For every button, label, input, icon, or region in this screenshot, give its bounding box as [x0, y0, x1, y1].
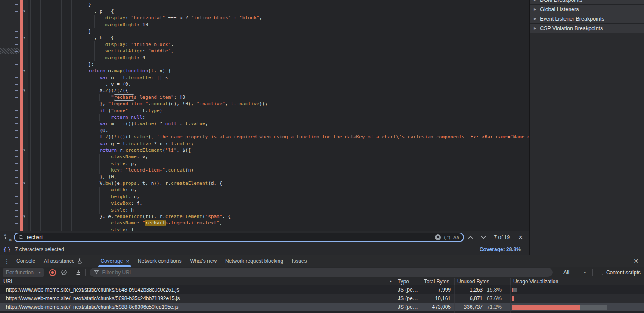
gutter-row[interactable]: [0, 200, 28, 206]
next-match-button[interactable]: [477, 236, 490, 239]
code-line[interactable]: (0,: [88, 127, 529, 134]
gutter-row[interactable]: [0, 15, 28, 21]
code-line[interactable]: , p = {: [88, 8, 529, 15]
code-line[interactable]: return null;: [88, 114, 529, 120]
gutter-row[interactable]: [0, 134, 28, 140]
regex-toggle[interactable]: (.*): [444, 235, 450, 240]
code-line[interactable]: marginRight: 10: [88, 21, 529, 28]
gutter-row[interactable]: ▾: [0, 213, 28, 220]
gutter-row[interactable]: [0, 153, 28, 160]
match-case-toggle[interactable]: Aa: [453, 235, 459, 240]
coverage-percent-link[interactable]: Coverage: 28.8%: [480, 246, 521, 252]
table-row[interactable]: https://www.web-memo.site/_next/static/c…: [0, 311, 644, 313]
code-line[interactable]: }, e.renderIcon(t)), r.createElement("sp…: [88, 213, 529, 220]
more-tabs-menu-icon[interactable]: ⋮: [2, 258, 12, 264]
code-line[interactable]: viewBox: f,: [88, 200, 529, 206]
tab-issues[interactable]: Issues: [288, 255, 311, 267]
gutter-row[interactable]: [0, 227, 28, 231]
code-line[interactable]: "recharts-legend-item": !0: [88, 94, 529, 101]
code-line[interactable]: , h = {: [88, 34, 529, 41]
tab-network-request-blocking[interactable]: Network request blocking: [221, 255, 288, 267]
gutter-row[interactable]: ▾: [0, 34, 28, 41]
code-line[interactable]: display: "horizontal" === u ? "inline-bl…: [88, 15, 529, 21]
table-row[interactable]: https://www.web-memo.site/_next/static/c…: [0, 303, 644, 311]
gutter-row[interactable]: [0, 81, 28, 87]
code-editor[interactable]: ▾▾▾▾▾▾▾ marginRight: 10} , p = { display…: [0, 0, 529, 231]
close-search-button[interactable]: ✕: [514, 234, 527, 241]
code-line[interactable]: }: [88, 1, 529, 8]
gutter-row[interactable]: ▾: [0, 147, 28, 153]
stop-recording-button[interactable]: [49, 269, 56, 276]
code-line[interactable]: style: {: [88, 227, 529, 231]
search-field[interactable]: ✕ (.*) Aa: [14, 233, 464, 242]
gutter-row[interactable]: ▾: [0, 68, 28, 74]
code-line[interactable]: return r.createElement("li", $({: [88, 147, 529, 153]
close-tab-icon[interactable]: ×: [126, 258, 129, 264]
close-drawer-button[interactable]: ✕: [629, 258, 642, 264]
pretty-print-icon[interactable]: { }: [4, 246, 11, 252]
search-input[interactable]: [27, 234, 432, 240]
gutter-row[interactable]: [0, 160, 28, 167]
code-line[interactable]: className: v,: [88, 153, 529, 160]
code-line[interactable]: height: o,: [88, 193, 529, 200]
gutter-row[interactable]: [0, 174, 28, 180]
code-line[interactable]: V.bw)(e.props, t, n)), r.createElement(d…: [88, 180, 529, 187]
gutter-row[interactable]: [0, 1, 28, 8]
fold-arrow-icon[interactable]: ▾: [23, 35, 25, 40]
column-header-type[interactable]: Type: [395, 278, 421, 285]
gutter-row[interactable]: [0, 167, 28, 173]
replace-toggle-icon[interactable]: A B: [3, 233, 12, 241]
code-line[interactable]: display: "inline-block",: [88, 41, 529, 48]
fold-arrow-icon[interactable]: ▾: [23, 88, 25, 93]
code-line[interactable]: return n.map(function(t, n) {: [88, 68, 529, 74]
gutter-row[interactable]: [0, 94, 28, 101]
gutter-row[interactable]: ▾: [0, 87, 28, 94]
gutter-row[interactable]: [0, 141, 28, 147]
table-row[interactable]: https://www.web-memo.site/_next/static/c…: [0, 294, 644, 303]
fold-arrow-icon[interactable]: ▾: [23, 147, 25, 153]
tab-network-conditions[interactable]: Network conditions: [133, 255, 186, 267]
tab-coverage[interactable]: Coverage×: [96, 255, 133, 267]
code-line[interactable]: key: "legend-item-".concat(n): [88, 167, 529, 173]
code-line[interactable]: verticalAlign: "middle",: [88, 48, 529, 54]
code-line[interactable]: var g = t.inactive ? c : t.color;: [88, 141, 529, 147]
gutter-row[interactable]: [0, 193, 28, 200]
code-line[interactable]: marginRight: 4: [88, 55, 529, 61]
gutter-row[interactable]: [0, 74, 28, 81]
code-line[interactable]: var u = t.formatter || s: [88, 74, 529, 81]
sidebar-section-csp-violation-breakpoints[interactable]: ▶CSP Violation Breakpoints: [530, 24, 644, 33]
editor-gutter[interactable]: ▾▾▾▾▾▾▾: [0, 0, 28, 231]
sidebar-section-dom-breakpoints[interactable]: ▶DOM Breakpoints: [530, 0, 644, 5]
code-line[interactable]: className: "recharts-legend-item-text",: [88, 220, 529, 226]
fold-arrow-icon[interactable]: ▾: [23, 181, 25, 186]
clear-search-icon[interactable]: ✕: [435, 234, 441, 240]
gutter-row[interactable]: [0, 21, 28, 28]
fold-arrow-icon[interactable]: ▾: [23, 214, 25, 219]
content-scripts-checkbox[interactable]: [598, 270, 603, 275]
code-line[interactable]: a.Z)(Z(Z({: [88, 87, 529, 94]
code-line[interactable]: }, "legend-item-".concat(n), !0), "inact…: [88, 101, 529, 107]
url-filter-field[interactable]: [90, 268, 553, 277]
code-line[interactable]: l.Z)(!i()(t.value), 'The name property i…: [88, 134, 529, 140]
code-line[interactable]: }: [88, 28, 529, 34]
gutter-row[interactable]: [0, 101, 28, 107]
code-area[interactable]: marginRight: 10} , p = { display: "horiz…: [28, 0, 529, 231]
gutter-row[interactable]: ▾: [0, 180, 28, 187]
gutter-row[interactable]: [0, 127, 28, 134]
code-line[interactable]: }, (0,: [88, 174, 529, 180]
code-line[interactable]: style: h: [88, 207, 529, 213]
gutter-row[interactable]: [0, 220, 28, 226]
sidebar-section-event-listener-breakpoints[interactable]: ▶Event Listener Breakpoints: [530, 14, 644, 24]
code-line[interactable]: style: p,: [88, 160, 529, 167]
column-header-unused-bytes[interactable]: Unused Bytes: [455, 278, 511, 285]
code-line[interactable]: , v = (0,: [88, 81, 529, 87]
gutter-row[interactable]: [0, 41, 28, 48]
export-coverage-button[interactable]: [75, 270, 81, 275]
gutter-row[interactable]: [0, 48, 28, 54]
column-header-url[interactable]: URL▲: [0, 278, 395, 285]
clear-coverage-button[interactable]: [61, 269, 67, 276]
code-line[interactable]: var m = i()(t.value) ? null : t.value;: [88, 120, 529, 127]
gutter-row[interactable]: [0, 55, 28, 61]
table-row[interactable]: https://www.web-memo.site/_next/static/c…: [0, 285, 644, 294]
column-header-usage-visualization[interactable]: Usage Visualization: [511, 278, 644, 285]
